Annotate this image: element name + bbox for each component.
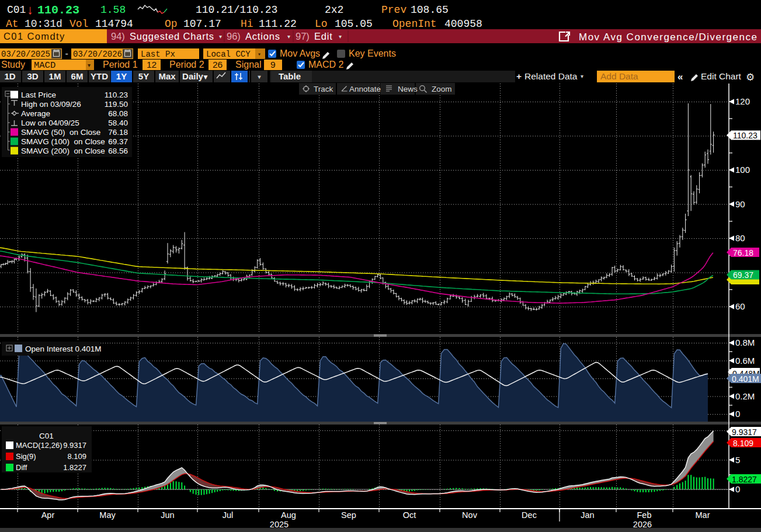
svg-text:Mar: Mar [696,510,710,520]
svg-text:Dec: Dec [522,510,537,520]
svg-text:Period 1: Period 1 [103,60,138,69]
svg-text:Zoom: Zoom [432,85,452,93]
svg-text:76.18: 76.18 [733,248,753,258]
svg-text:SMAVG (200) on Close: SMAVG (200) on Close [21,147,105,155]
svg-text:Last Price: Last Price [21,91,56,99]
svg-text:10:31d: 10:31d [25,18,62,30]
svg-text:Apr: Apr [41,510,55,520]
svg-text:Mov Avgs: Mov Avgs [280,48,320,58]
svg-text:Aug: Aug [281,510,296,520]
svg-text:SMAVG (100) on Close: SMAVG (100) on Close [21,137,105,146]
svg-text:Average: Average [21,109,50,118]
svg-text:3D: 3D [27,71,38,81]
svg-text:Edit Chart: Edit Chart [701,71,742,81]
svg-text:Add Data: Add Data [600,71,638,81]
svg-text:1.58: 1.58 [100,4,126,16]
svg-text:60: 60 [735,301,745,311]
svg-text:400958: 400958 [444,18,482,30]
svg-text:YTD: YTD [91,71,108,81]
svg-text:Open Interest 0.401M: Open Interest 0.401M [25,345,102,353]
svg-text:Edit: Edit [314,31,333,41]
svg-text:Jun: Jun [161,510,174,520]
svg-text:Jul: Jul [223,510,234,520]
svg-text:03/20/2025: 03/20/2025 [1,50,50,59]
svg-text:105.05: 105.05 [335,18,373,30]
svg-text:119.50: 119.50 [105,100,128,109]
svg-text:Sig(9): Sig(9) [16,452,36,461]
svg-text:2026: 2026 [633,520,652,529]
svg-text:69.37: 69.37 [108,137,128,146]
svg-text:▾: ▾ [88,62,91,68]
svg-text:Oct: Oct [403,510,416,520]
svg-text:0.8M: 0.8M [735,338,755,347]
svg-text:68.08: 68.08 [108,109,128,118]
svg-text:Op: Op [165,18,178,30]
svg-text:108.65: 108.65 [411,4,449,16]
svg-text:Max: Max [158,71,176,81]
svg-text:12: 12 [147,60,157,69]
svg-text:Local CCY: Local CCY [206,50,251,59]
svg-text:114794: 114794 [95,18,133,30]
svg-text:8.109: 8.109 [733,439,753,448]
svg-text:«: « [677,71,683,82]
svg-text:111.22: 111.22 [259,18,297,30]
svg-text:58.40: 58.40 [108,119,128,127]
svg-text:2025: 2025 [270,520,289,529]
svg-text:97): 97) [296,31,310,41]
svg-text:90: 90 [735,199,745,209]
svg-text:Actions: Actions [245,31,280,41]
svg-text:0: 0 [735,409,740,419]
svg-text:OpenInt: OpenInt [392,18,437,30]
svg-text:03/20/2026: 03/20/2026 [73,50,122,59]
svg-text:9.9317: 9.9317 [732,427,757,437]
svg-text:1Y: 1Y [116,71,127,81]
svg-text:↓: ↓ [26,4,34,18]
svg-text:+: + [516,71,522,81]
svg-text:Signal: Signal [235,60,261,69]
svg-text:▾: ▾ [339,33,342,40]
svg-text:6M: 6M [71,71,84,81]
svg-text:Lo: Lo [315,18,328,30]
svg-text:⚙: ⚙ [746,72,755,83]
svg-text:0: 0 [735,484,740,494]
svg-text:1.8227: 1.8227 [732,475,757,484]
svg-text:▾: ▾ [258,51,261,58]
svg-text:Hi: Hi [241,18,253,30]
svg-text:Suggested Charts: Suggested Charts [130,31,214,41]
svg-text:110.23: 110.23 [733,131,757,140]
svg-text:Sep: Sep [341,510,356,520]
svg-text:76.18: 76.18 [108,128,128,137]
svg-text:At: At [6,18,19,30]
svg-text:Jan: Jan [581,510,594,520]
svg-text:1M: 1M [49,71,61,81]
svg-text:Last Px: Last Px [141,50,175,59]
svg-text:Nov: Nov [462,510,478,520]
svg-text:SMAVG (50) on Close: SMAVG (50) on Close [21,128,100,137]
svg-text:News: News [398,85,418,93]
svg-text:Low on 04/09/25: Low on 04/09/25 [21,119,79,127]
svg-text:MACD(12,26): MACD(12,26) [16,441,62,450]
svg-text:Vol: Vol [70,18,88,30]
svg-text:▼: ▼ [202,73,209,81]
svg-text:100: 100 [735,165,750,175]
svg-text:Table: Table [279,71,301,81]
svg-text:Annotate: Annotate [349,85,381,93]
svg-text:68.56: 68.56 [108,147,128,155]
svg-text:2x2: 2x2 [325,4,343,16]
svg-text:26: 26 [213,60,223,69]
svg-text:MACD: MACD [34,60,55,71]
svg-text:C01: C01 [7,4,26,16]
svg-text:1.8227: 1.8227 [63,463,86,472]
svg-text:0.2M: 0.2M [735,391,755,401]
svg-text:Feb: Feb [637,510,652,520]
svg-text:96): 96) [227,31,241,41]
svg-text:Study: Study [1,60,25,69]
svg-text:94): 94) [111,31,125,41]
svg-text:110.21/110.23: 110.21/110.23 [196,4,277,16]
svg-text:Related Data: Related Data [524,71,578,81]
svg-text:Daily: Daily [182,71,204,81]
svg-text:Track: Track [314,85,333,93]
svg-text:▾: ▾ [219,33,222,40]
svg-text:110.23: 110.23 [37,4,79,17]
svg-text:▾: ▾ [287,33,290,40]
